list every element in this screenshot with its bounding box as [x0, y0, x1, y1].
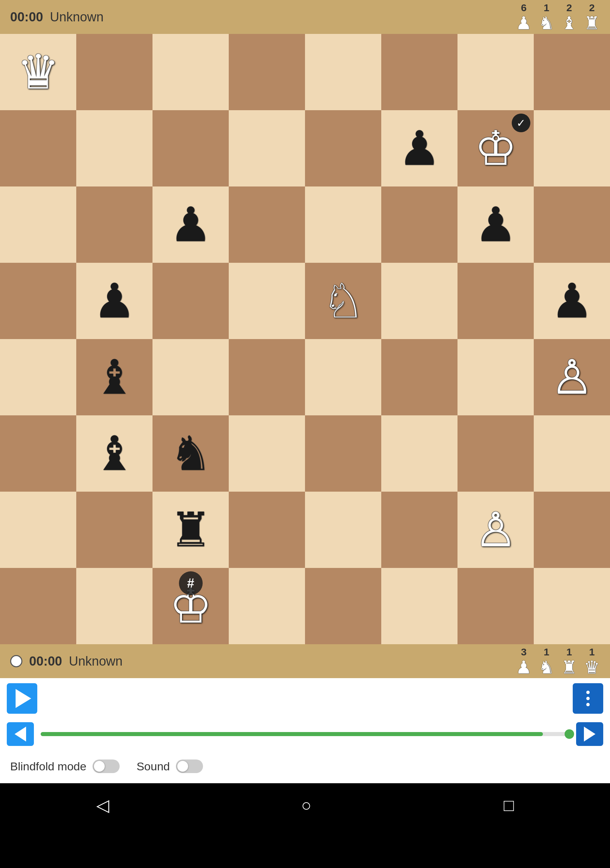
captured-piece-icon: ♛	[584, 659, 600, 676]
cell-3-3[interactable]	[229, 263, 305, 339]
home-button[interactable]: ○	[301, 795, 311, 815]
cell-0-3[interactable]	[229, 34, 305, 110]
cell-2-0[interactable]	[0, 186, 76, 263]
cell-6-0[interactable]	[0, 491, 76, 568]
cell-0-6[interactable]	[457, 34, 534, 110]
cell-0-5[interactable]	[381, 34, 457, 110]
cell-3-1[interactable]: ♟	[76, 263, 153, 339]
cell-5-0[interactable]	[0, 415, 76, 491]
chevron-left-icon	[15, 727, 26, 741]
piece-black-9823: ♟	[169, 201, 212, 248]
cell-6-5[interactable]	[381, 491, 457, 568]
piece-black-9820: ♜	[169, 506, 212, 554]
prev-button[interactable]	[7, 722, 34, 746]
cell-1-7[interactable]	[534, 110, 610, 186]
cell-4-4[interactable]	[305, 339, 381, 415]
cell-7-4[interactable]	[305, 568, 381, 644]
blindfold-toggle[interactable]	[93, 760, 120, 773]
cell-2-7[interactable]	[534, 186, 610, 263]
cell-0-2[interactable]	[153, 34, 229, 110]
piece-black-9823: ♟	[551, 277, 593, 325]
cell-4-3[interactable]	[229, 339, 305, 415]
cell-4-0[interactable]	[0, 339, 76, 415]
cell-4-7[interactable]: ♙	[534, 339, 610, 415]
cell-1-2[interactable]	[153, 110, 229, 186]
cell-1-0[interactable]	[0, 110, 76, 186]
cell-0-7[interactable]	[534, 34, 610, 110]
cell-4-5[interactable]	[381, 339, 457, 415]
sound-setting: Sound	[136, 760, 203, 773]
bottom-captured-pieces: 3♟1♞1♜1♛	[516, 646, 600, 676]
cell-7-6[interactable]	[457, 568, 534, 644]
captured-piece-icon: ♟	[516, 659, 532, 676]
top-timer: 00:00	[10, 10, 43, 25]
captured-count: 1	[543, 2, 549, 14]
cell-3-5[interactable]	[381, 263, 457, 339]
cell-2-4[interactable]	[305, 186, 381, 263]
cell-5-2[interactable]: ♞	[153, 415, 229, 491]
cell-3-2[interactable]	[153, 263, 229, 339]
cell-7-2[interactable]: ♔	[153, 568, 229, 644]
cell-7-0[interactable]	[0, 568, 76, 644]
cell-1-3[interactable]	[229, 110, 305, 186]
captured-count: 6	[521, 2, 526, 14]
cell-6-1[interactable]	[76, 491, 153, 568]
cell-2-3[interactable]	[229, 186, 305, 263]
cell-3-4[interactable]: ♘	[305, 263, 381, 339]
bottom-player-name: Unknown	[69, 654, 122, 669]
navigation-bar: ◁ ○ □	[0, 783, 610, 827]
cell-5-4[interactable]	[305, 415, 381, 491]
check-marker	[512, 113, 530, 132]
cell-7-5[interactable]	[381, 568, 457, 644]
cell-3-0[interactable]	[0, 263, 76, 339]
cell-4-1[interactable]: ♝	[76, 339, 153, 415]
cell-4-2[interactable]	[153, 339, 229, 415]
cell-2-6[interactable]: ♟	[457, 186, 534, 263]
cell-0-0[interactable]: ♛	[0, 34, 76, 110]
cell-2-5[interactable]	[381, 186, 457, 263]
dots-icon	[586, 691, 590, 706]
progress-fill	[41, 732, 543, 736]
cell-6-3[interactable]	[229, 491, 305, 568]
captured-count: 1	[566, 646, 572, 658]
recents-button[interactable]: □	[503, 795, 514, 815]
cell-1-6[interactable]: ♔	[457, 110, 534, 186]
cell-5-3[interactable]	[229, 415, 305, 491]
piece-white-9816: ♘	[322, 277, 365, 325]
cell-0-1[interactable]	[76, 34, 153, 110]
cell-6-2[interactable]: ♜	[153, 491, 229, 568]
captured-rook-bottom: 1♜	[561, 646, 577, 676]
cell-7-7[interactable]	[534, 568, 610, 644]
blindfold-label: Blindfold mode	[10, 760, 87, 773]
top-info-bar: 00:00 Unknown 6♟1♞2♝2♜	[0, 0, 610, 34]
cell-7-1[interactable]	[76, 568, 153, 644]
cell-2-2[interactable]: ♟	[153, 186, 229, 263]
cell-7-3[interactable]	[229, 568, 305, 644]
sound-label: Sound	[136, 760, 170, 773]
menu-button[interactable]	[573, 683, 603, 714]
piece-black-9822: ♞	[169, 430, 212, 477]
cell-3-6[interactable]	[457, 263, 534, 339]
sound-toggle[interactable]	[176, 760, 203, 773]
cell-0-4[interactable]	[305, 34, 381, 110]
progress-bar[interactable]	[41, 732, 569, 736]
cell-5-7[interactable]	[534, 415, 610, 491]
cell-6-4[interactable]	[305, 491, 381, 568]
back-button[interactable]: ◁	[96, 795, 109, 815]
cell-1-1[interactable]	[76, 110, 153, 186]
cell-5-6[interactable]	[457, 415, 534, 491]
cell-5-1[interactable]: ♝	[76, 415, 153, 491]
cell-3-7[interactable]: ♟	[534, 263, 610, 339]
cell-5-5[interactable]	[381, 415, 457, 491]
top-player-info: 00:00 Unknown	[10, 10, 104, 25]
cell-6-7[interactable]	[534, 491, 610, 568]
cell-2-1[interactable]	[76, 186, 153, 263]
cell-6-6[interactable]: ♙	[457, 491, 534, 568]
cell-1-5[interactable]: ♟	[381, 110, 457, 186]
play-button[interactable]	[7, 683, 37, 714]
cell-4-6[interactable]	[457, 339, 534, 415]
chess-board[interactable]: ♛♟♔♟♟♟♘♟♝♙♝♞♜♙♔	[0, 34, 610, 644]
cell-1-4[interactable]	[305, 110, 381, 186]
next-button[interactable]	[576, 722, 603, 746]
piece-white-9819: ♛	[17, 48, 60, 96]
